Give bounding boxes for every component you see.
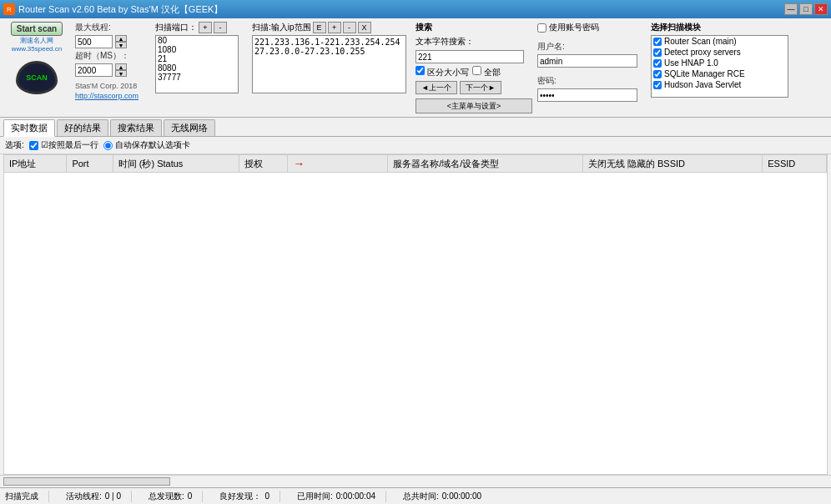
ip-range-input[interactable]: 221.233.136.1-221.233.254.254 27.23.0.0-…: [252, 35, 406, 93]
ip-range-section: 扫描:输入ip范围 E + - X 221.233.136.1-221.233.…: [252, 22, 410, 93]
col-arrow: →: [288, 155, 388, 173]
search-section: 搜索 文本字符搜索： 区分大小写 全部 ◄上一个 下一个► <主菜单与设置>: [416, 22, 532, 113]
elapsed-label: 已用时间:: [297, 491, 333, 502]
timeout-up[interactable]: ▲: [115, 63, 127, 70]
port-add-btn[interactable]: +: [199, 22, 212, 33]
status-bar: 扫描完成 活动线程: 0 | 0 总发现数: 0 良好发现： 0 已用时间: 0…: [0, 487, 831, 504]
max-threads-up[interactable]: ▲: [115, 35, 127, 42]
password-input[interactable]: [537, 88, 637, 102]
start-scan-section: Start scan 测速名人网 www.35speed.cn SCAN: [3, 22, 70, 100]
options-label: 选项:: [5, 139, 24, 151]
use-password-label: 使用账号密码: [549, 22, 599, 33]
data-table: IP地址 Port 时间 (秒) Status 授权 → 服务器名称/域名/设备…: [4, 155, 827, 173]
search-input[interactable]: [416, 50, 524, 63]
username-label: 用户名:: [537, 41, 646, 53]
params-section: 最大线程: ▲ ▼ 超时（MS）： ▲ ▼ Stas'M Corp.: [75, 22, 150, 100]
ip-add-btn[interactable]: +: [328, 22, 341, 33]
tab-realtime[interactable]: 实时数据: [3, 119, 55, 137]
ports-label: 扫描端口：: [155, 22, 197, 33]
scroll-area: [0, 475, 831, 487]
col-time-status: 时间 (秒) Status: [113, 155, 239, 173]
ip-e-btn[interactable]: E: [313, 22, 326, 33]
list-item[interactable]: 80: [156, 36, 238, 45]
follow-last-option[interactable]: ☑按照最后一行: [29, 139, 98, 151]
module-item: SQLite Manager RCE: [652, 68, 788, 79]
max-threads-label: 最大线程:: [75, 22, 111, 33]
timeout-input[interactable]: [75, 63, 113, 77]
ip-x-btn[interactable]: X: [358, 22, 371, 33]
active-threads-label: 活动线程:: [66, 491, 102, 502]
elapsed-value: 0:00:00:04: [336, 491, 375, 501]
copyright-link[interactable]: http://stascorp.com: [75, 92, 138, 100]
port-section: 扫描端口： + - 80 1080 21 8080 37777: [155, 22, 247, 93]
right-arrow-icon: →: [293, 157, 305, 170]
module-checkbox-2[interactable]: [653, 59, 662, 68]
top-panel: Start scan 测速名人网 www.35speed.cn SCAN 最大线…: [0, 18, 831, 118]
port-list[interactable]: 80 1080 21 8080 37777: [155, 35, 239, 93]
col-auth: 授权: [239, 155, 287, 173]
copyright-label: Stas'M Corp. 2018: [75, 82, 137, 90]
prev-btn[interactable]: ◄上一个: [416, 81, 457, 94]
list-item[interactable]: 37777: [156, 73, 238, 82]
case-sensitive-checkbox[interactable]: [416, 66, 425, 75]
all-option[interactable]: 全部: [472, 66, 501, 78]
tab-bar: 实时数据 好的结果 搜索结果 无线网络: [0, 118, 831, 137]
list-item[interactable]: 1080: [156, 45, 238, 54]
horizontal-scrollbar[interactable]: [3, 477, 170, 486]
auto-save-radio[interactable]: [103, 141, 113, 150]
maximize-btn[interactable]: □: [799, 3, 813, 15]
minimize-btn[interactable]: —: [784, 3, 798, 15]
next-btn[interactable]: 下一个►: [460, 81, 501, 94]
use-password-checkbox[interactable]: [537, 23, 546, 33]
case-sensitive-option[interactable]: 区分大小写: [416, 66, 469, 78]
close-btn[interactable]: ✕: [814, 3, 828, 15]
tab-wireless[interactable]: 无线网络: [164, 119, 215, 136]
scan-logo: SCAN: [12, 54, 62, 100]
ip-range-label: 扫描:输入ip范围: [252, 22, 311, 33]
module-checkbox-4[interactable]: [653, 81, 662, 89]
search-sub-label: 文本字符搜索：: [416, 36, 532, 48]
window-title: Router Scan v2.60 Beta by Stas'M 汉化【GEEK…: [18, 3, 223, 16]
module-item: Hudson Java Servlet: [652, 79, 788, 90]
total-time-label: 总共时间:: [403, 491, 439, 502]
password-label: 密码:: [537, 75, 646, 87]
all-checkbox[interactable]: [472, 66, 481, 75]
module-checkbox-3[interactable]: [653, 70, 662, 78]
title-bar: R Router Scan v2.60 Beta by Stas'M 汉化【GE…: [0, 0, 831, 18]
module-header: 选择扫描模块: [651, 22, 793, 33]
col-essid: ESSID: [763, 155, 827, 173]
list-item[interactable]: 8080: [156, 63, 238, 73]
timeout-label: 超时（MS）：: [75, 50, 129, 62]
scan-text: SCAN: [26, 73, 48, 82]
total-found-value: 0: [188, 491, 193, 501]
col-server-name: 服务器名称/域名/设备类型: [388, 155, 583, 173]
ip-remove-btn[interactable]: -: [343, 22, 356, 33]
start-scan-button[interactable]: Start scan: [11, 22, 63, 36]
follow-last-checkbox[interactable]: [29, 141, 38, 150]
tab-good-results[interactable]: 好的结果: [57, 119, 108, 136]
options-bar: 选项: ☑按照最后一行 自动保存默认选项卡: [0, 137, 831, 154]
timeout-down[interactable]: ▼: [115, 70, 127, 77]
col-wireless: 关闭无线 隐藏的 BSSID: [582, 155, 762, 173]
scan-complete-label: 扫描完成: [5, 491, 38, 502]
max-threads-input[interactable]: [75, 35, 113, 48]
auto-save-option[interactable]: 自动保存默认选项卡: [103, 139, 190, 151]
module-list: Router Scan (main) Detect proxy servers …: [651, 35, 788, 98]
total-found-label: 总发现数:: [149, 491, 184, 502]
table-container[interactable]: IP地址 Port 时间 (秒) Status 授权 → 服务器名称/域名/设备…: [3, 154, 828, 475]
col-port: Port: [67, 155, 113, 173]
active-threads-value: 0 | 0: [105, 491, 121, 501]
module-checkbox-0[interactable]: [653, 38, 662, 46]
max-threads-down[interactable]: ▼: [115, 42, 127, 48]
credentials-section: 使用账号密码 用户名: 密码:: [537, 22, 646, 102]
search-header: 搜索: [416, 22, 532, 33]
main-menu-btn[interactable]: <主菜单与设置>: [416, 98, 532, 113]
module-checkbox-1[interactable]: [653, 48, 662, 57]
port-remove-btn[interactable]: -: [214, 22, 227, 33]
good-found-label: 良好发现：: [219, 491, 261, 502]
list-item[interactable]: 21: [156, 54, 238, 63]
col-ip: IP地址: [4, 155, 67, 173]
tab-search-results[interactable]: 搜索结果: [110, 119, 162, 136]
good-found-value: 0: [264, 491, 269, 501]
username-input[interactable]: [537, 54, 637, 68]
